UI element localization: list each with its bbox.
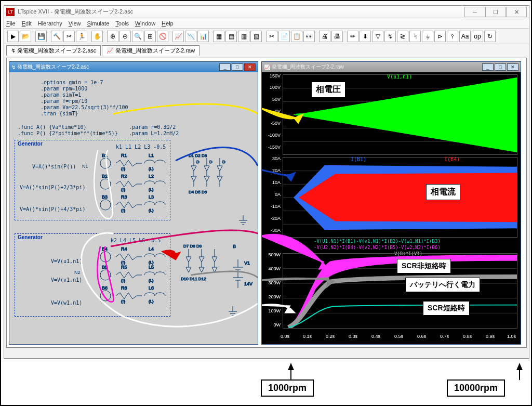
plot-area[interactable]: V(u1,n1) I(B1) I(B4) [262,72,521,344]
param-rl[interactable]: .param r=0.3Ω/2 .param L=1.2mH/2 [129,124,179,137]
window-title: LTspice XVII - 発電機_周波数スイープ2-2.asc [18,8,464,16]
b5-eq[interactable]: V=V(v1,n1) [51,277,82,283]
ytick: -100V [262,133,281,138]
zoomfit-icon[interactable]: 🔍 [132,31,143,42]
menu-help[interactable]: Help [162,20,174,27]
source-icon[interactable]: ⫯ [447,31,458,42]
find-icon[interactable]: 👀 [303,31,315,42]
print2-icon[interactable]: 🖶 [331,31,343,42]
ytick: -20A [262,216,281,221]
tab-waveform[interactable]: 📈 発電機_周波数スイープ2-2.raw [102,45,200,56]
spice-icon[interactable]: op [472,31,483,42]
menu-tools[interactable]: Tools [115,20,129,27]
menu-simulate[interactable]: Simulate [87,20,109,27]
label-icon[interactable]: ▽ [372,31,383,42]
cut2-icon[interactable]: ✂ [266,31,277,42]
tile3-icon[interactable]: ▥ [238,31,249,42]
b4-eq[interactable]: V=V(u1,n1) [51,258,82,265]
zoomarea-icon[interactable]: ⊞ [144,31,156,42]
open-icon[interactable]: 📂 [20,31,31,42]
label-10000rpm: 10000rpm [447,379,505,397]
tile1-icon[interactable]: ▦ [213,31,224,42]
svg-text:R1: R1 [121,153,127,158]
xtick: 0.5s [394,334,403,339]
ground2-icon[interactable]: ⏚ [422,31,433,42]
hammer-icon[interactable]: 🔨 [51,31,62,42]
ytick: -50V [262,121,281,126]
menu-file[interactable]: File [6,20,16,27]
tab-schematic[interactable]: ↯ 発電機_周波数スイープ2-2.asc [6,45,101,56]
arrow-1000rpm-line [290,370,291,380]
save-icon[interactable]: 💾 [35,31,47,42]
sub2-close-icon[interactable]: ✕ [507,63,518,71]
schematic-canvas[interactable]: .options gmin = 1e-7 .param rpm=1000 .pa… [9,72,258,344]
inductor-icon[interactable]: ᛋ [409,31,421,42]
cut-icon[interactable]: ✂ [63,31,75,42]
b2-eq[interactable]: V=A()*sin(P()+2/3*pi) [20,185,85,191]
svg-text:{r}: {r} [121,208,125,213]
zoomout-icon[interactable]: ⊖ [119,31,131,42]
trace-label-ib1[interactable]: I(B1) [351,156,366,162]
sub2-min-icon[interactable]: _ [482,63,494,71]
trace-label-ib4[interactable]: I(B4) [444,156,460,162]
sub-close-icon[interactable]: ✕ [244,63,256,71]
schematic-window: ↯ 発電機_周波数スイープ2-2.asc _ □ ✕ .options gmin… [9,61,258,345]
b1-eq[interactable]: V=A()*sin(P()) [32,164,76,170]
cap-icon[interactable]: ≷ [397,31,408,42]
delnet-icon[interactable]: 🚫 [157,31,168,42]
tile4-icon[interactable]: ▧ [250,31,262,42]
svg-point-4 [100,179,111,189]
spice-directives[interactable]: .options gmin = 1e-7 .param rpm=1000 .pa… [41,80,128,117]
b3-eq[interactable]: V=A()*sin(P()+4/3*pi) [20,206,85,213]
svg-text:{L}: {L} [149,208,154,213]
svg-text:B2: B2 [102,174,108,179]
paste-icon[interactable]: 📋 [291,31,302,42]
menu-hierarchy[interactable]: Hierarchy [38,20,62,27]
svg-text:D: D [209,160,212,164]
sub2-max-icon[interactable]: □ [495,63,506,71]
copy-icon[interactable]: 📄 [278,31,290,42]
text-icon[interactable]: Aa [459,31,471,42]
svg-text:R6: R6 [121,285,127,291]
sub-min-icon[interactable]: _ [219,63,231,71]
func-directives[interactable]: .func A() {Va*time*10} .func P() {2*pi*t… [18,124,118,137]
trace-label-p1[interactable]: -V(U1,N1)*I(B1)-V(v1,N1)*I(B2)-V(w1,N1)*… [314,239,441,244]
b6-eq[interactable]: V=V(w1,n1) [51,300,82,306]
trace-label-vu1n1[interactable]: V(u1,n1) [387,74,412,80]
svg-text:{r}: {r} [121,187,125,192]
run-icon[interactable]: ▶ [7,31,19,42]
svg-text:L1: L1 [149,153,154,158]
plot2-icon[interactable]: 📉 [185,31,196,42]
svg-text:B3: B3 [102,194,108,200]
ytick: 0V [262,109,281,114]
rotate-icon[interactable]: ↻ [484,31,496,42]
maximize-button[interactable]: ☐ [485,7,506,17]
sub-max-icon[interactable]: □ [232,63,243,71]
ground-icon[interactable]: ⬇ [360,31,371,42]
menu-edit[interactable]: Edit [22,20,32,27]
print-icon[interactable]: 🖨 [319,31,330,42]
svg-text:R5: R5 [121,265,127,270]
svg-point-23 [100,252,111,262]
run2-icon[interactable]: 🏃 [76,31,87,42]
pan-icon[interactable]: ✋ [91,31,103,42]
menu-window[interactable]: Window [135,20,155,27]
trace-label-p2[interactable]: -V(U2,N2)*I(B4)-V(v2,N2)*I(B5)-V(w2,N2)*… [314,245,441,250]
minimize-button[interactable]: ─ [464,7,485,17]
diode-icon[interactable]: ⊳ [434,31,446,42]
svg-point-8 [100,200,111,210]
wire-icon[interactable]: ✏ [347,31,358,42]
tile2-icon[interactable]: ▤ [225,31,237,42]
resistor-icon[interactable]: ↯ [384,31,396,42]
plot1-icon[interactable]: 📈 [172,31,184,42]
schematic-titlebar[interactable]: ↯ 発電機_周波数スイープ2-2.asc _ □ ✕ [9,62,258,72]
waveform-titlebar[interactable]: 📈 発電機_周波数スイープ2-2.raw _ □ ✕ [262,62,521,72]
waveform-window: 📈 発電機_周波数スイープ2-2.raw _ □ ✕ V(u1,n1) [261,61,521,345]
plot-pane-2[interactable]: I(B1) I(B4) [283,157,517,238]
xtick: 0.4s [371,334,380,339]
zoomin-icon[interactable]: ⊕ [107,31,118,42]
close-button[interactable]: ✕ [506,7,527,17]
svg-text:{r}: {r} [121,299,125,304]
menu-view[interactable]: View [69,20,81,27]
plot3-icon[interactable]: 📊 [197,31,209,42]
